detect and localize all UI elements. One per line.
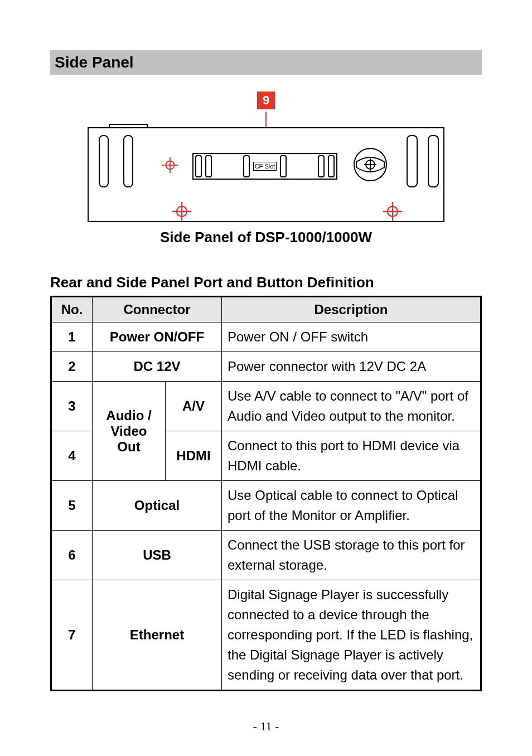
cell-description: Digital Signage Player is successfully c… <box>222 580 481 691</box>
cell-description: Power connector with 12V DC 2A <box>222 352 481 382</box>
page-number: - 11 - <box>0 719 532 734</box>
cell-description: Connect the USB storage to this port for… <box>222 531 481 580</box>
cell-connector-group: Audio / Video Out <box>93 382 166 481</box>
port-definition-table: No. Connector Description 1 Power ON/OFF… <box>50 296 482 691</box>
cell-no: 3 <box>51 382 93 431</box>
cell-description: Power ON / OFF switch <box>222 322 481 352</box>
device-ridge <box>109 124 148 128</box>
vent-slot <box>99 135 109 187</box>
cell-no: 5 <box>51 481 93 531</box>
cf-pin <box>243 155 250 177</box>
cell-connector: Power ON/OFF <box>93 322 222 352</box>
table-row: 5 Optical Use Optical cable to connect t… <box>51 481 481 531</box>
cell-no: 7 <box>51 580 93 691</box>
callout-9-label: 9 <box>257 92 275 109</box>
cell-sub-connector: HDMI <box>166 431 222 481</box>
vent-slot <box>407 135 418 187</box>
cell-connector: USB <box>93 531 222 580</box>
diagram-caption: Side Panel of DSP-1000/1000W <box>160 229 372 246</box>
table-row: 2 DC 12V Power connector with 12V DC 2A <box>51 352 481 382</box>
screw-target-icon <box>172 202 191 221</box>
cell-no: 6 <box>51 531 93 580</box>
device-outline: CF Slot <box>88 127 444 222</box>
cell-description: Connect to this port to HDMI device via … <box>222 431 481 481</box>
cell-connector: Ethernet <box>93 580 222 691</box>
vent-slot <box>123 135 133 187</box>
cell-connector: DC 12V <box>93 352 222 382</box>
table-row: 6 USB Connect the USB storage to this po… <box>51 531 481 580</box>
header-description: Description <box>222 297 481 322</box>
vent-slot <box>428 135 439 187</box>
cf-pin <box>280 155 287 177</box>
table-row: 1 Power ON/OFF Power ON / OFF switch <box>51 322 481 352</box>
cell-no: 4 <box>51 431 93 481</box>
callout-9-leader <box>265 112 267 127</box>
round-port-icon <box>353 147 388 182</box>
table-row: 7 Ethernet Digital Signage Player is suc… <box>51 580 481 691</box>
side-panel-diagram: 9 CF Slot <box>50 92 482 246</box>
cell-no: 2 <box>51 352 93 382</box>
cell-description: Use Optical cable to connect to Optical … <box>222 481 481 531</box>
screw-target-icon <box>162 157 178 173</box>
cf-slot-area: CF Slot <box>192 153 337 180</box>
cf-slot-label: CF Slot <box>253 162 277 171</box>
cf-pin <box>205 155 212 177</box>
section-heading-bar: Side Panel <box>50 50 482 75</box>
cf-pin <box>328 155 335 177</box>
header-connector: Connector <box>93 297 222 322</box>
table-row: 3 Audio / Video Out A/V Use A/V cable to… <box>51 382 481 431</box>
screw-target-icon <box>383 202 402 221</box>
cell-connector: Optical <box>93 481 222 531</box>
table-title: Rear and Side Panel Port and Button Defi… <box>50 274 482 291</box>
cell-no: 1 <box>51 322 93 352</box>
header-no: No. <box>51 297 93 322</box>
table-header-row: No. Connector Description <box>51 297 481 322</box>
cf-pin <box>318 155 325 177</box>
cf-pin <box>195 155 202 177</box>
cell-sub-connector: A/V <box>166 382 222 431</box>
cell-description: Use A/V cable to connect to "A/V" port o… <box>222 382 481 431</box>
